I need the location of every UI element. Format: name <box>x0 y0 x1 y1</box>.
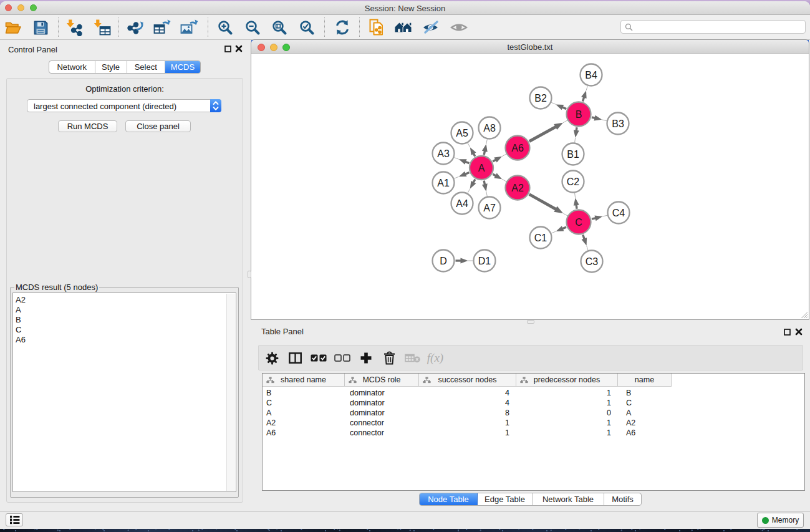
zoom-out-button[interactable] <box>244 19 261 36</box>
table-panel-close-button[interactable] <box>794 327 803 336</box>
result-item[interactable]: B <box>13 315 227 325</box>
cell[interactable]: A2 <box>618 418 672 428</box>
tab-node-table[interactable]: Node Table <box>420 493 478 505</box>
tab-edge-table[interactable]: Edge Table <box>478 493 533 505</box>
cell[interactable]: A6 <box>618 428 672 438</box>
column-header-successor-nodes[interactable]: successor nodes <box>419 374 516 387</box>
edge-C-C4[interactable] <box>592 218 596 220</box>
edge-A-A8[interactable] <box>484 151 485 155</box>
export-table-button[interactable] <box>153 19 171 36</box>
run-mcds-button[interactable]: Run MCDS <box>58 120 117 132</box>
table-row[interactable]: Cdominator41C <box>263 398 804 408</box>
cell[interactable]: 1 <box>516 388 618 398</box>
cell[interactable]: dominator <box>345 388 419 398</box>
select-all-columns-button[interactable] <box>309 351 328 365</box>
cell[interactable]: A <box>618 408 672 418</box>
column-header-MCDS-role[interactable]: MCDS role <box>345 374 419 387</box>
refresh-button[interactable] <box>334 19 351 36</box>
table-row[interactable]: A6connector11A6 <box>263 428 804 438</box>
cell[interactable]: C <box>618 398 672 408</box>
cell[interactable]: 1 <box>419 428 516 438</box>
control-panel-float-button[interactable] <box>223 44 232 53</box>
cell[interactable]: B <box>263 388 345 398</box>
delete-column-button[interactable] <box>380 351 398 365</box>
close-panel-button[interactable]: Close panel <box>125 120 191 132</box>
resize-grip-icon[interactable] <box>800 311 808 319</box>
tab-select[interactable]: Select <box>127 61 166 73</box>
column-header-name[interactable]: name <box>618 374 672 387</box>
cell[interactable]: 1 <box>516 418 618 428</box>
tab-style[interactable]: Style <box>95 61 127 73</box>
criterion-select[interactable]: largest connected component (directed) <box>27 99 221 112</box>
tab-mcds[interactable]: MCDS <box>165 61 200 73</box>
create-column-button[interactable] <box>357 351 375 365</box>
table-row[interactable]: Bdominator41B <box>263 388 804 398</box>
show-all-button[interactable] <box>450 19 468 36</box>
cell[interactable]: dominator <box>345 398 419 408</box>
cell[interactable]: 1 <box>516 428 618 438</box>
criterion-select-stepper[interactable] <box>210 99 221 112</box>
table-settings-button[interactable] <box>263 351 281 365</box>
result-item[interactable]: C <box>13 325 227 335</box>
result-item[interactable]: A6 <box>13 335 227 345</box>
cell[interactable]: 4 <box>419 398 516 408</box>
open-session-button[interactable] <box>4 19 22 36</box>
edge-B-B4[interactable] <box>583 97 584 102</box>
tab-motifs[interactable]: Motifs <box>604 493 641 505</box>
cell[interactable]: 1 <box>516 398 618 408</box>
zoom-selected-button[interactable] <box>298 19 316 36</box>
save-session-button[interactable] <box>32 19 49 36</box>
result-item[interactable]: A2 <box>13 295 227 305</box>
edge-C-C3[interactable] <box>583 235 584 239</box>
edge-A-A3[interactable] <box>465 162 469 163</box>
cell[interactable]: 1 <box>419 418 516 428</box>
unselect-all-columns-button[interactable] <box>333 351 352 365</box>
tab-network-table[interactable]: Network Table <box>533 493 604 505</box>
result-item[interactable]: A <box>13 305 227 315</box>
cell[interactable]: 4 <box>419 388 516 398</box>
tab-network[interactable]: Network <box>49 61 95 73</box>
cell[interactable]: A2 <box>263 418 345 428</box>
table-row[interactable]: A2connector11A2 <box>263 418 804 428</box>
export-image-button[interactable] <box>180 19 198 36</box>
import-network-button[interactable] <box>66 19 84 36</box>
import-table-button[interactable] <box>94 19 111 36</box>
cell[interactable]: A <box>263 408 345 418</box>
duplicate-network-button[interactable] <box>368 19 385 36</box>
cell[interactable]: connector <box>345 428 419 438</box>
search-field[interactable] <box>620 20 806 34</box>
delete-table-button-disabled[interactable] <box>403 351 422 365</box>
zoom-fit-button[interactable] <box>271 19 288 36</box>
show-column-panel-button[interactable] <box>286 351 304 365</box>
edge-A-A1[interactable] <box>465 173 470 175</box>
cell[interactable]: C <box>263 398 345 408</box>
network-canvas[interactable]: AA1A3A5A8A4A7A6A2BB2B4B3B1CC2C4C1C3DD1 <box>251 54 809 319</box>
zoom-in-button[interactable] <box>216 19 234 36</box>
cell[interactable]: B <box>618 388 672 398</box>
home-button[interactable] <box>395 19 412 36</box>
edge-A-A7[interactable] <box>484 181 485 185</box>
cell[interactable]: dominator <box>345 408 419 418</box>
edge-A6-B[interactable] <box>529 127 556 142</box>
export-network-button[interactable] <box>127 19 144 36</box>
mcds-result-list[interactable]: A2ABCA6 <box>12 293 236 492</box>
column-header-shared-name[interactable]: shared name <box>263 374 345 387</box>
function-builder-button-disabled[interactable]: f(x) <box>426 351 445 365</box>
edge-A2-C[interactable] <box>529 195 556 210</box>
result-list-scrollbar[interactable] <box>226 294 235 491</box>
table-panel-float-button[interactable] <box>783 327 791 336</box>
splitter-handle-bottom[interactable] <box>527 320 534 324</box>
control-panel-close-button[interactable] <box>234 44 243 53</box>
table-row[interactable]: Adominator80A <box>263 408 804 418</box>
edge-C-C1[interactable] <box>562 227 566 229</box>
cell[interactable]: 0 <box>516 408 618 418</box>
column-header-predecessor-nodes[interactable]: predecessor nodes <box>516 374 618 387</box>
cell[interactable]: 8 <box>419 408 516 418</box>
cell[interactable]: A6 <box>263 428 345 438</box>
hide-selected-button[interactable] <box>422 19 440 36</box>
edge-B-B2[interactable] <box>562 107 566 109</box>
cell[interactable]: connector <box>345 418 419 428</box>
task-history-button[interactable] <box>6 513 23 526</box>
memory-button[interactable]: Memory <box>757 513 804 528</box>
splitter-handle-left[interactable] <box>248 271 251 278</box>
